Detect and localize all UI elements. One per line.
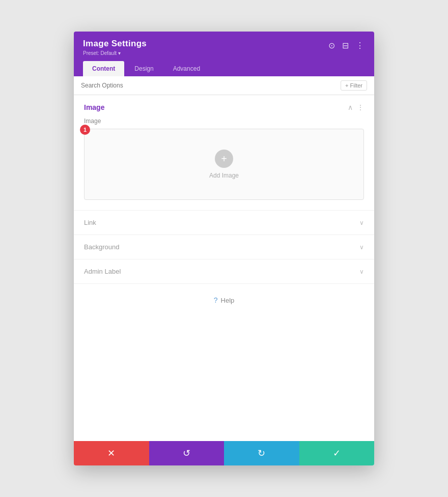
add-image-text: Add Image <box>209 172 239 179</box>
image-upload-box[interactable]: + Add Image <box>84 129 364 200</box>
search-input[interactable] <box>81 82 341 89</box>
section-header-icons: ∧ ⋮ <box>348 103 364 111</box>
collapsible-background-label: Background <box>84 243 119 251</box>
tab-content[interactable]: Content <box>83 61 124 76</box>
search-bar: + Filter <box>74 76 374 95</box>
chevron-admin-label-icon: ∨ <box>359 268 364 275</box>
redo-button[interactable]: ↻ <box>224 441 299 465</box>
more-icon-button[interactable]: ⋮ <box>355 41 365 51</box>
modal-preset[interactable]: Preset: Default ▾ <box>83 50 147 56</box>
add-image-icon: + <box>215 150 233 168</box>
filter-button[interactable]: + Filter <box>341 80 367 91</box>
modal-content: Image ∧ ⋮ Image 1 + Add Image Link ∨ <box>74 95 374 441</box>
chevron-link-icon: ∨ <box>359 219 364 226</box>
collapsible-admin-label-label: Admin Label <box>84 268 121 275</box>
split-icon-button[interactable]: ⊟ <box>341 41 350 51</box>
image-label-row: Image <box>84 118 364 125</box>
collapsible-link[interactable]: Link ∨ <box>74 211 374 235</box>
tab-design[interactable]: Design <box>125 61 162 76</box>
cancel-button[interactable]: ✕ <box>74 441 149 465</box>
modal-footer: ✕ ↺ ↻ ✓ <box>74 441 374 465</box>
section-more-icon[interactable]: ⋮ <box>357 103 364 111</box>
chevron-background-icon: ∨ <box>359 244 364 251</box>
help-icon: ? <box>214 296 218 304</box>
modal-title: Image Settings <box>83 39 147 49</box>
header-title-group: Image Settings Preset: Default ▾ <box>83 39 147 56</box>
badge-number: 1 <box>80 125 90 135</box>
undo-button[interactable]: ↺ <box>149 441 225 465</box>
header-icons: ⊙ ⊟ ⋮ <box>327 41 365 51</box>
collapsible-background[interactable]: Background ∨ <box>74 235 374 259</box>
tab-advanced[interactable]: Advanced <box>164 61 209 76</box>
help-text: Help <box>221 297 235 304</box>
image-section: Image ∧ ⋮ Image 1 + Add Image <box>74 95 374 211</box>
image-field-label: Image <box>84 118 101 125</box>
help-row[interactable]: ? Help <box>74 284 374 316</box>
tabs-bar: Content Design Advanced <box>74 61 374 76</box>
image-field-wrapper: 1 + Add Image <box>84 129 364 200</box>
section-header: Image ∧ ⋮ <box>84 103 364 111</box>
save-button[interactable]: ✓ <box>299 441 375 465</box>
collapsible-link-label: Link <box>84 219 96 226</box>
collapse-icon[interactable]: ∧ <box>348 103 353 111</box>
focus-icon-button[interactable]: ⊙ <box>327 41 336 51</box>
section-title: Image <box>84 103 104 111</box>
modal-header: Image Settings Preset: Default ▾ ⊙ ⊟ ⋮ <box>74 32 374 61</box>
collapsible-admin-label[interactable]: Admin Label ∨ <box>74 259 374 284</box>
modal-container: Image Settings Preset: Default ▾ ⊙ ⊟ ⋮ C… <box>74 32 374 465</box>
